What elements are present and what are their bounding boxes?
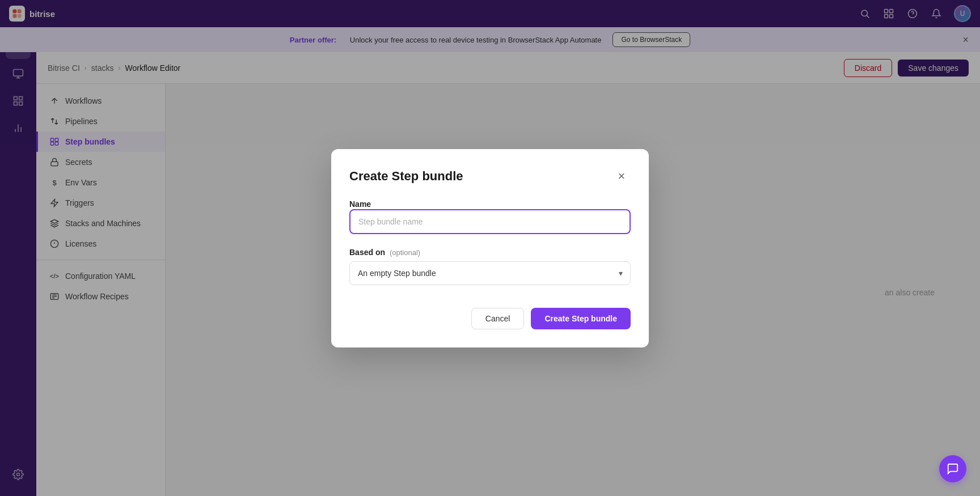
create-step-bundle-button[interactable]: Create Step bundle [531,308,631,329]
step-bundle-name-input[interactable] [349,209,631,234]
dialog-close-button[interactable]: × [612,167,631,185]
dialog-footer: Cancel Create Step bundle [349,308,631,329]
dialog-header: Create Step bundle × [349,167,631,185]
chat-bubble-button[interactable] [939,455,966,482]
based-on-label: Based on (optional) [349,248,631,257]
based-on-optional: (optional) [390,248,420,257]
based-on-select-wrapper: An empty Step bundle ▾ [349,261,631,285]
name-label: Name [349,200,371,209]
based-on-section: Based on (optional) An empty Step bundle… [349,248,631,285]
create-step-bundle-dialog: Create Step bundle × Name Based on (opti… [331,149,649,347]
based-on-select[interactable]: An empty Step bundle [349,261,631,285]
dialog-title: Create Step bundle [349,169,463,184]
cancel-button[interactable]: Cancel [471,308,525,329]
